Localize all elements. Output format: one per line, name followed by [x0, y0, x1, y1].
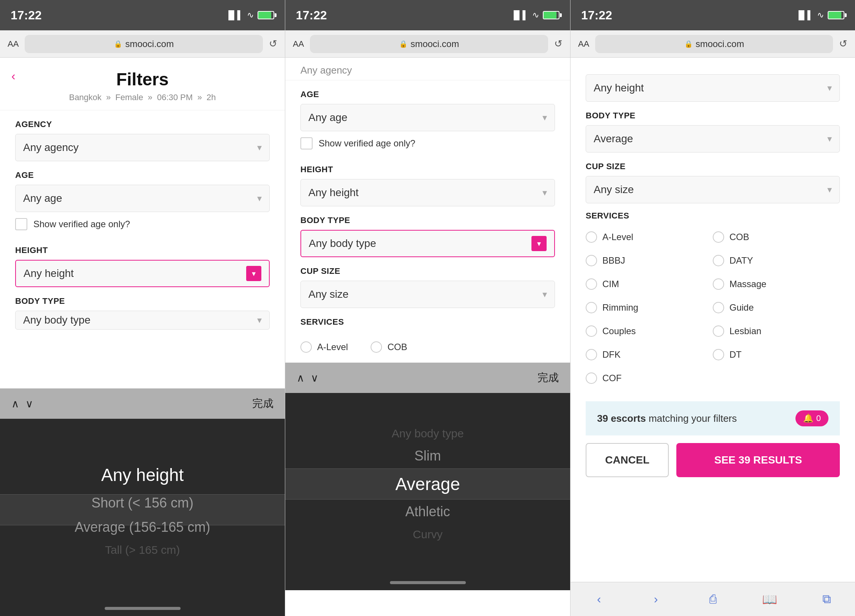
- service-cob: COB: [713, 225, 840, 249]
- body-type-select-2[interactable]: Any body type ▾: [300, 230, 555, 257]
- panel-services: 17:22 ▐▌▌ ∿ AA 🔒 smooci.com ↺ Any height…: [571, 0, 855, 616]
- verified-age-checkbox-2[interactable]: [300, 137, 313, 149]
- subtitle-time: 06:30 PM: [157, 93, 193, 102]
- cup-size-label-2: CUP SIZE: [300, 266, 555, 276]
- agency-value: Any agency: [23, 141, 79, 154]
- service-name-cob: COB: [387, 342, 407, 352]
- service-cb-daty[interactable]: [713, 255, 724, 266]
- body-type-value-2: Any body type: [309, 237, 376, 250]
- services-label-3: SERVICES: [586, 211, 840, 221]
- services-grid: A-Level COB BBBJ DATY CIM: [586, 225, 840, 390]
- forward-nav-icon[interactable]: ›: [641, 584, 671, 614]
- refresh-icon-1[interactable]: ↺: [269, 38, 277, 50]
- height-select[interactable]: Any height ▾: [15, 260, 270, 287]
- arrow-sep-3: »: [197, 93, 204, 102]
- height-select-2[interactable]: Any height ▾: [300, 179, 555, 206]
- kb-up-1[interactable]: ∧: [11, 398, 19, 410]
- status-icons-2: ▐▌▌ ∿: [511, 10, 560, 20]
- service-cim: CIM: [586, 272, 713, 296]
- kb-down-2[interactable]: ∨: [311, 372, 319, 384]
- status-icons-1: ▐▌▌ ∿: [225, 10, 274, 20]
- signal-icon-2: ▐▌▌: [511, 10, 528, 20]
- body-type-select-partial[interactable]: Any body type ▾: [15, 311, 270, 330]
- services-label-partial: SERVICES: [300, 317, 555, 327]
- kb-down-1[interactable]: ∨: [25, 398, 33, 410]
- tabs-nav-icon[interactable]: ⧉: [811, 584, 842, 614]
- kb-done-2[interactable]: 完成: [538, 371, 559, 385]
- url-bar-2[interactable]: 🔒 smooci.com: [310, 35, 548, 53]
- filters-subtitle: Bangkok » Female » 06:30 PM » 2h: [15, 93, 270, 102]
- url-bar-3[interactable]: 🔒 smooci.com: [595, 35, 833, 53]
- status-bar-1: 17:22 ▐▌▌ ∿: [0, 0, 285, 30]
- age-select[interactable]: Any age ▾: [15, 185, 270, 212]
- see-results-button[interactable]: SEE 39 RESULTS: [676, 443, 840, 477]
- lock-icon-3: 🔒: [684, 40, 693, 48]
- picker-item-4: Tall (> 165 cm): [105, 540, 180, 560]
- service-cb-rimming[interactable]: [586, 302, 597, 313]
- agency-section: AGENCY Any agency ▾: [15, 110, 270, 161]
- service-cb-lesbian[interactable]: [713, 325, 724, 337]
- bookmarks-nav-icon[interactable]: 📖: [754, 584, 785, 614]
- service-name-cob-3: COB: [729, 232, 749, 242]
- arrow-sep-2: »: [148, 93, 155, 102]
- service-cb-cim[interactable]: [586, 278, 597, 290]
- service-cb-dfk[interactable]: [586, 349, 597, 360]
- height-picker[interactable]: Any height Short (< 156 cm) Average (156…: [0, 419, 285, 601]
- service-name-couples: Couples: [602, 326, 636, 336]
- cup-size-value-3: Any size: [594, 184, 634, 196]
- body-type-arrow-2: ▾: [531, 236, 547, 251]
- lock-icon-1: 🔒: [114, 40, 122, 48]
- kb-up-2[interactable]: ∧: [297, 372, 305, 384]
- service-name-rimming: Rimming: [602, 302, 638, 313]
- service-cb-guide[interactable]: [713, 302, 724, 313]
- url-bar-1[interactable]: 🔒 smooci.com: [25, 35, 263, 53]
- service-dfk: DFK: [586, 343, 713, 366]
- share-nav-icon[interactable]: ⎙: [698, 584, 728, 614]
- service-cb-bbbj[interactable]: [586, 255, 597, 266]
- service-name-guide: Guide: [729, 302, 754, 313]
- notification-badge[interactable]: 🔔 0: [795, 410, 828, 426]
- body-picker-item-1: Slim: [415, 444, 441, 468]
- refresh-icon-3[interactable]: ↺: [839, 38, 847, 50]
- results-suffix: matching your filters: [649, 413, 737, 424]
- back-button[interactable]: ‹: [11, 69, 16, 83]
- cancel-button[interactable]: CANCEL: [586, 443, 669, 477]
- cup-size-select-3[interactable]: Any size ▾: [586, 176, 840, 203]
- results-banner: 39 escorts matching your filters 🔔 0: [586, 401, 840, 435]
- service-name-lesbian: Lesbian: [729, 326, 761, 336]
- height-select-3[interactable]: Any height ▾: [586, 74, 840, 102]
- lock-icon-2: 🔒: [399, 40, 407, 48]
- verified-age-row-2: Show verified age only?: [300, 131, 555, 156]
- service-name-cof: COF: [602, 373, 622, 383]
- browser-bar-1: AA 🔒 smooci.com ↺: [0, 30, 285, 58]
- service-cb-couples[interactable]: [586, 325, 597, 337]
- agency-select[interactable]: Any agency ▾: [15, 134, 270, 161]
- body-type-picker[interactable]: Any body type Slim Average Athletic Curv…: [285, 393, 570, 575]
- keyboard-toolbar-1: ∧ ∨ 完成: [0, 388, 285, 419]
- verified-age-checkbox[interactable]: [15, 218, 27, 230]
- service-cb-cob-3[interactable]: [713, 231, 724, 243]
- back-nav-icon[interactable]: ‹: [584, 584, 614, 614]
- age-label: AGE: [15, 170, 270, 180]
- results-count: 39 escorts: [597, 413, 646, 424]
- cup-size-select-2[interactable]: Any size ▾: [300, 281, 555, 308]
- browser-bar-2: AA 🔒 smooci.com ↺: [285, 30, 570, 58]
- body-type-select-3[interactable]: Average ▾: [586, 125, 840, 152]
- age-select-2[interactable]: Any age ▾: [300, 104, 555, 131]
- service-cb-a-level[interactable]: [586, 231, 597, 243]
- service-cb-dt[interactable]: [713, 349, 724, 360]
- age-select-wrapper: Any age ▾: [15, 185, 270, 212]
- height-value: Any height: [24, 267, 74, 280]
- refresh-icon-2[interactable]: ↺: [554, 38, 563, 50]
- body-picker-item-4: Curvy: [413, 524, 442, 545]
- kb-done-1[interactable]: 完成: [252, 396, 273, 411]
- service-name-massage: Massage: [729, 279, 766, 289]
- cup-size-arrow-2: ▾: [542, 289, 547, 300]
- service-name-a-level: A-Level: [602, 232, 633, 242]
- service-cb-massage[interactable]: [713, 278, 724, 290]
- service-cb-cof[interactable]: [586, 372, 597, 384]
- browser-aa-2: AA: [293, 39, 304, 49]
- service-cb-cob[interactable]: [371, 341, 382, 353]
- wifi-icon-2: ∿: [532, 10, 539, 20]
- service-cb-alevel[interactable]: [300, 341, 312, 353]
